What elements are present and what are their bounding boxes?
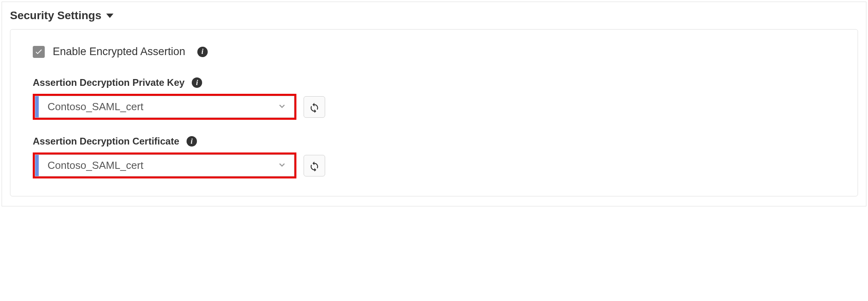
certificate-label-row: Assertion Decryption Certificate i	[33, 136, 835, 147]
section-title: Security Settings	[10, 9, 101, 22]
private-key-label-row: Assertion Decryption Private Key i	[33, 77, 835, 88]
refresh-icon	[309, 101, 320, 113]
enable-encrypted-label: Enable Encrypted Assertion	[53, 46, 185, 58]
select-accent	[35, 96, 39, 117]
private-key-refresh-button[interactable]	[304, 96, 325, 118]
certificate-refresh-button[interactable]	[304, 155, 325, 176]
certificate-value: Contoso_SAML_cert	[39, 159, 277, 172]
private-key-input-row: Contoso_SAML_cert	[33, 94, 835, 120]
refresh-icon	[309, 160, 320, 171]
private-key-label: Assertion Decryption Private Key	[33, 77, 185, 88]
private-key-group: Assertion Decryption Private Key i Conto…	[33, 77, 835, 120]
info-icon[interactable]: i	[187, 136, 197, 147]
enable-encrypted-row: Enable Encrypted Assertion i	[33, 46, 835, 58]
info-icon[interactable]: i	[192, 77, 202, 88]
certificate-highlight: Contoso_SAML_cert	[33, 152, 296, 178]
chevron-down-icon	[277, 101, 294, 113]
security-settings-container: Security Settings Enable Encrypted Asser…	[2, 2, 866, 206]
check-icon	[34, 48, 43, 56]
caret-down-icon	[106, 14, 113, 18]
select-accent	[35, 155, 39, 176]
chevron-down-icon	[277, 160, 294, 171]
info-icon[interactable]: i	[197, 47, 208, 57]
certificate-label: Assertion Decryption Certificate	[33, 136, 179, 147]
private-key-value: Contoso_SAML_cert	[39, 101, 277, 113]
certificate-input-row: Contoso_SAML_cert	[33, 152, 835, 178]
enable-encrypted-checkbox[interactable]	[33, 46, 45, 58]
private-key-select[interactable]: Contoso_SAML_cert	[35, 96, 294, 118]
certificate-group: Assertion Decryption Certificate i Conto…	[33, 136, 835, 178]
certificate-select[interactable]: Contoso_SAML_cert	[35, 154, 294, 176]
private-key-highlight: Contoso_SAML_cert	[33, 94, 296, 120]
settings-panel: Enable Encrypted Assertion i Assertion D…	[10, 29, 858, 196]
section-header[interactable]: Security Settings	[10, 9, 858, 22]
